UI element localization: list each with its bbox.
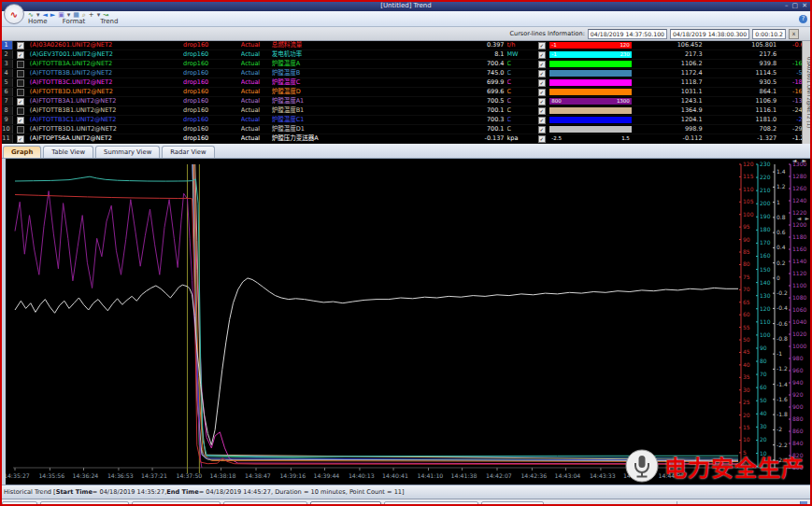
tab-graph[interactable]: Graph [3, 146, 41, 158]
pen-visibility-checkbox[interactable] [17, 126, 24, 134]
cursor2-time-field[interactable]: 04/18/2019 14:38:00.300 [670, 29, 749, 39]
taskbar-item[interactable]: Ovation Applications [223, 501, 307, 506]
pen-color-bar[interactable]: -2.51.5 [549, 135, 632, 142]
pen-visibility-checkbox[interactable]: ✓ [17, 135, 24, 143]
pen-visibility-checkbox[interactable] [17, 107, 24, 115]
svg-text:1120: 1120 [792, 270, 806, 276]
start-button[interactable]: Start [2, 501, 37, 506]
scale-checkbox[interactable]: ✓ [538, 126, 546, 134]
table-row[interactable]: 4(A)FTOTTB3B.UNIT2@NET2drop160Actual炉膛温度… [0, 69, 812, 78]
scale-checkbox[interactable]: ✓ [538, 117, 546, 124]
app-button[interactable]: ∿ [4, 4, 24, 24]
trend-graph[interactable]: 14:35:2714:35:5614:36:2414:36:5314:37:21… [0, 159, 812, 485]
row-number[interactable]: 11 [0, 134, 13, 143]
scale-checkbox[interactable]: ✓ [538, 51, 546, 59]
taskbar-item[interactable]: 1Graphics - - C:\Ovati... [132, 501, 221, 506]
tab-table-view[interactable]: Table View [43, 146, 93, 158]
table-row[interactable]: 11✓(A)FTOPT56A.UNIT2@NET2drop160Actual炉膛… [0, 134, 812, 144]
show-desktop-button[interactable] [800, 501, 807, 506]
pen-drop: drop160 [183, 41, 241, 49]
row-number[interactable]: 5 [0, 78, 13, 87]
cursor-info-close-icon[interactable]: x [789, 29, 799, 39]
pen-visibility-checkbox[interactable] [17, 79, 24, 87]
svg-text:800: 800 [792, 464, 804, 471]
maximize-button[interactable]: ▢ [792, 1, 799, 10]
close-button[interactable]: ✕ [802, 1, 807, 10]
pen-color-bar[interactable] [549, 89, 632, 95]
svg-text:90: 90 [743, 236, 750, 243]
pen-color-bar[interactable]: -1120 [549, 42, 632, 49]
pen-visibility-checkbox[interactable]: ✓ [17, 98, 24, 105]
svg-text:110: 110 [743, 186, 754, 192]
pen-visibility-checkbox[interactable] [17, 61, 24, 68]
row-number[interactable]: 10 [0, 125, 13, 134]
scale-min: 800 [551, 98, 562, 105]
scale-checkbox[interactable]: ✓ [538, 135, 546, 143]
cursor1-time-field[interactable]: 04/18/2019 14:37:50.100 [588, 29, 667, 39]
table-row[interactable]: 1✓(A)03A02601.UNIT2@NET2drop160Actual总燃料… [0, 41, 812, 50]
table-row[interactable]: 6(A)FTOTTB3D.UNIT2@NET2drop160Actual炉膛温度… [0, 88, 812, 97]
row-number[interactable]: 1 [0, 41, 13, 49]
pen-visibility-checkbox[interactable]: ✓ [17, 51, 24, 59]
taskbar-item[interactable]: ◔Signal Diagram Viewe... [384, 501, 478, 506]
value-axis-power: 2302202102001901801701601501401301201101… [756, 161, 771, 470]
row-number[interactable]: 4 [0, 69, 13, 77]
table-row[interactable]: 3(A)FTOTTB3A.UNIT2@NET2drop160Actual炉膛温度… [0, 60, 812, 69]
table-row[interactable]: 2✓(A)GEV3T001.UNIT2@NET2drop160Actual发电机… [0, 50, 812, 60]
taskbar-item[interactable]: 2Graphics - - C:\Ovati... [40, 501, 129, 506]
row-number[interactable]: 9 [0, 116, 13, 124]
table-row[interactable]: 10(A)FTOTTB3D1.UNIT2@NET2drop160Actual炉膛… [0, 125, 812, 134]
pen-color-bar[interactable]: -1230 [549, 51, 632, 58]
help-icon[interactable]: ? [799, 15, 807, 23]
row-number[interactable]: 2 [0, 50, 13, 59]
table-row[interactable]: 7✓(A)FTOTTB3A1.UNIT2@NET2drop160Actual炉膛… [0, 97, 812, 106]
pen-visibility-checkbox[interactable] [17, 89, 24, 96]
svg-text:190: 190 [760, 213, 771, 219]
scale-checkbox[interactable]: ✓ [538, 61, 546, 68]
table-row[interactable]: 8(A)FTOTTB3B1.UNIT2@NET2drop160Actual炉膛温… [0, 106, 812, 116]
svg-text:80: 80 [760, 358, 767, 364]
pen-checkbox-cell [13, 106, 28, 115]
scale-checkbox[interactable]: ✓ [538, 89, 546, 96]
pen-color-bar[interactable] [549, 70, 632, 77]
pen-color-bar[interactable]: 8001300 [549, 98, 632, 105]
pen-color-bar[interactable] [549, 61, 632, 67]
row-number[interactable]: 8 [0, 106, 13, 115]
taskbar-item[interactable]: ✎TEMPC - Paint [481, 501, 544, 506]
tab-summary-view[interactable]: Summary View [95, 146, 160, 158]
axis-scroll-arrows[interactable]: ◄ ► [792, 157, 808, 163]
pen-color-bar[interactable] [549, 117, 632, 123]
pen-color-bar[interactable] [549, 107, 632, 114]
table-row[interactable]: 5(A)FTOTTB3C.UNIT2@NET2drop160Actual炉膛温度… [0, 78, 812, 88]
trend-graph-canvas[interactable]: 14:35:2714:35:5614:36:2414:36:5314:37:21… [6, 159, 811, 485]
menu-format[interactable]: Format [63, 18, 86, 25]
row-number[interactable]: 3 [0, 60, 13, 68]
pen-color-bar[interactable] [549, 126, 632, 133]
svg-text:140: 140 [760, 279, 771, 286]
pen-checkbox-cell: ✓ [13, 116, 28, 124]
table-row[interactable]: 9✓(A)FTOTTB3C1.UNIT2@NET2drop160Actual炉膛… [0, 116, 812, 125]
scale-checkbox[interactable]: ✓ [538, 107, 546, 115]
svg-text:115: 115 [743, 173, 754, 179]
svg-text:820: 820 [792, 452, 804, 458]
pen-color-bar[interactable] [549, 79, 632, 86]
tab-radar-view[interactable]: Radar View [162, 146, 214, 158]
pen-description: 发电机功率 [272, 50, 388, 59]
axis-scroll-arrows-2[interactable]: ◄ ► [797, 215, 810, 221]
scale-checkbox[interactable]: ✓ [538, 79, 546, 87]
pen-visibility-checkbox[interactable]: ✓ [17, 117, 24, 124]
menu-home[interactable]: Home [28, 18, 48, 25]
cursor-span-field[interactable]: 0:00:10.2 [752, 29, 786, 39]
scale-checkbox[interactable]: ✓ [538, 98, 546, 105]
pen-visibility-checkbox[interactable] [17, 70, 24, 77]
menu-trend[interactable]: Trend [100, 18, 118, 25]
row-number[interactable]: 7 [0, 97, 13, 105]
taskbar-item[interactable]: ∿[Untitled] Trend [310, 501, 380, 506]
scale-checkbox[interactable]: ✓ [538, 70, 546, 77]
series-furnace-temp-C1 [15, 159, 738, 460]
minimize-button[interactable]: – [785, 1, 789, 10]
row-number[interactable]: 6 [0, 88, 13, 96]
pen-color-bar-cell: -2.51.5 [548, 134, 633, 143]
pen-visibility-checkbox[interactable]: ✓ [17, 42, 24, 49]
scale-checkbox[interactable]: ✓ [538, 42, 546, 49]
